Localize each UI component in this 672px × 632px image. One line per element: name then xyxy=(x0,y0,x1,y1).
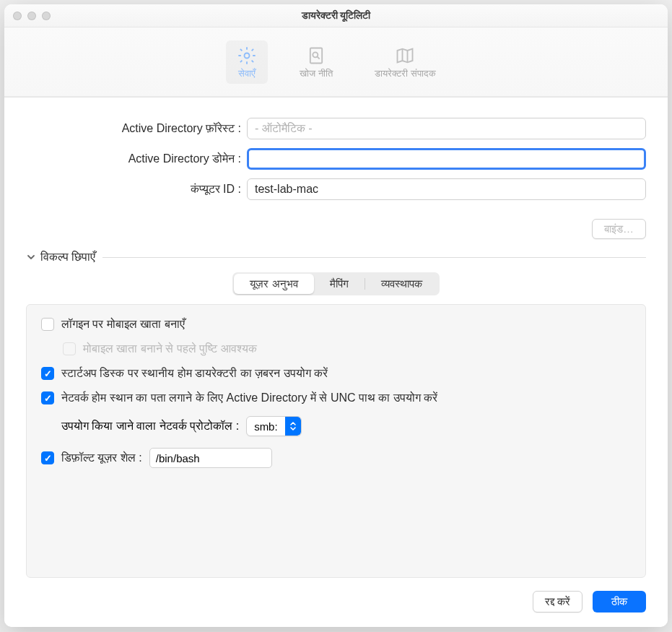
toolbar-directory-editor-label: डायरेक्टरी संपादक xyxy=(375,68,436,79)
toolbar-services[interactable]: सेवाएँ xyxy=(226,40,268,84)
domain-label: Active Directory डोमेन : xyxy=(26,152,241,165)
bind-button[interactable]: बाइंड… xyxy=(592,219,646,239)
sheet: Active Directory फ़ॉरेस्ट : Active Direc… xyxy=(4,97,668,627)
use-unc-row: ✓ नेटवर्क होम स्थान का पता लगाने के लिए … xyxy=(41,391,631,404)
toolbar-directory-editor[interactable]: डायरेक्टरी संपादक xyxy=(365,40,446,84)
create-mobile-checkbox[interactable] xyxy=(41,318,54,331)
toolbar-services-label: सेवाएँ xyxy=(238,68,256,79)
options-panel: लॉगइन पर मोबाइल खाता बनाएँ मोबाइल खाता ब… xyxy=(26,304,646,578)
computer-id-input[interactable] xyxy=(247,178,646,200)
confirm-mobile-row: मोबाइल खाता बनाने से पहले पुष्टि आवश्यक xyxy=(63,342,631,355)
svg-line-3 xyxy=(318,56,320,59)
protocol-label: उपयोग किया जाने वाला नेटवर्क प्रोटोकॉल : xyxy=(61,420,239,433)
divider xyxy=(102,257,646,258)
force-local-home-label: स्टार्टअप डिस्क पर स्थानीय होम डायरेक्टर… xyxy=(61,367,328,380)
domain-row: Active Directory डोमेन : xyxy=(26,148,646,170)
window-title: डायरेक्टरी यूटिलिटी xyxy=(4,9,668,22)
toolbar-items: सेवाएँ खोज नीति xyxy=(226,40,445,84)
search-doc-icon xyxy=(305,45,327,66)
close-window-button[interactable] xyxy=(13,12,22,20)
footer: रद्द करें ठीक xyxy=(26,578,646,612)
tab-bar: यूज़र अनुभव मैपिंग व्यवस्थापक xyxy=(26,272,646,295)
zoom-window-button[interactable] xyxy=(42,12,51,20)
disclosure-label[interactable]: विकल्प छिपाएँ xyxy=(40,251,95,264)
disclosure-row: विकल्प छिपाएँ xyxy=(26,251,646,264)
create-mobile-label: लॉगइन पर मोबाइल खाता बनाएँ xyxy=(61,318,185,331)
tab-admin[interactable]: व्यवस्थापक xyxy=(365,274,438,294)
default-shell-label: डिफ़ॉल्ट यूज़र शेल : xyxy=(61,451,142,464)
chevron-down-icon[interactable] xyxy=(26,252,36,262)
domain-input[interactable] xyxy=(247,148,646,170)
ok-button[interactable]: ठीक xyxy=(593,591,646,612)
protocol-value: smb: xyxy=(254,420,278,433)
tab-mapping[interactable]: मैपिंग xyxy=(314,274,365,294)
default-shell-row: ✓ डिफ़ॉल्ट यूज़र शेल : xyxy=(41,448,631,468)
svg-point-2 xyxy=(313,52,318,57)
use-unc-checkbox[interactable]: ✓ xyxy=(41,391,54,404)
chevron-updown-icon xyxy=(285,417,301,436)
forest-label: Active Directory फ़ॉरेस्ट : xyxy=(26,122,241,135)
toolbar-search-policy[interactable]: खोज नीति xyxy=(289,40,343,84)
bind-row: बाइंड… xyxy=(26,219,646,239)
computer-id-label: कंप्यूटर ID : xyxy=(26,183,241,196)
forest-row: Active Directory फ़ॉरेस्ट : xyxy=(26,118,646,139)
toolbar-search-policy-label: खोज नीति xyxy=(300,68,333,79)
titlebar: डायरेक्टरी यूटिलिटी xyxy=(4,4,668,27)
force-local-home-row: ✓ स्टार्टअप डिस्क पर स्थानीय होम डायरेक्… xyxy=(41,367,631,380)
map-icon xyxy=(394,45,416,66)
protocol-row: उपयोग किया जाने वाला नेटवर्क प्रोटोकॉल :… xyxy=(61,416,631,436)
tab-user-experience[interactable]: यूज़र अनुभव xyxy=(234,274,313,294)
default-shell-checkbox[interactable]: ✓ xyxy=(41,451,54,464)
confirm-mobile-label: मोबाइल खाता बनाने से पहले पुष्टि आवश्यक xyxy=(83,342,257,355)
forest-input xyxy=(247,118,646,139)
create-mobile-row: लॉगइन पर मोबाइल खाता बनाएँ xyxy=(41,318,631,331)
gear-icon xyxy=(236,45,258,66)
protocol-select[interactable]: smb: xyxy=(246,416,302,436)
default-shell-input[interactable] xyxy=(149,448,272,468)
toolbar: सेवाएँ खोज नीति xyxy=(4,27,668,97)
force-local-home-checkbox[interactable]: ✓ xyxy=(41,367,54,380)
confirm-mobile-checkbox xyxy=(63,342,76,355)
computer-id-row: कंप्यूटर ID : xyxy=(26,178,646,200)
main-window: डायरेक्टरी यूटिलिटी सेवाएँ xyxy=(4,4,668,627)
traffic-lights xyxy=(13,12,51,20)
segmented-control: यूज़र अनुभव मैपिंग व्यवस्थापक xyxy=(232,272,439,295)
svg-rect-1 xyxy=(310,48,322,63)
minimize-window-button[interactable] xyxy=(27,12,36,20)
svg-point-0 xyxy=(245,53,250,58)
cancel-button[interactable]: रद्द करें xyxy=(533,591,582,612)
use-unc-label: नेटवर्क होम स्थान का पता लगाने के लिए Ac… xyxy=(61,391,437,404)
